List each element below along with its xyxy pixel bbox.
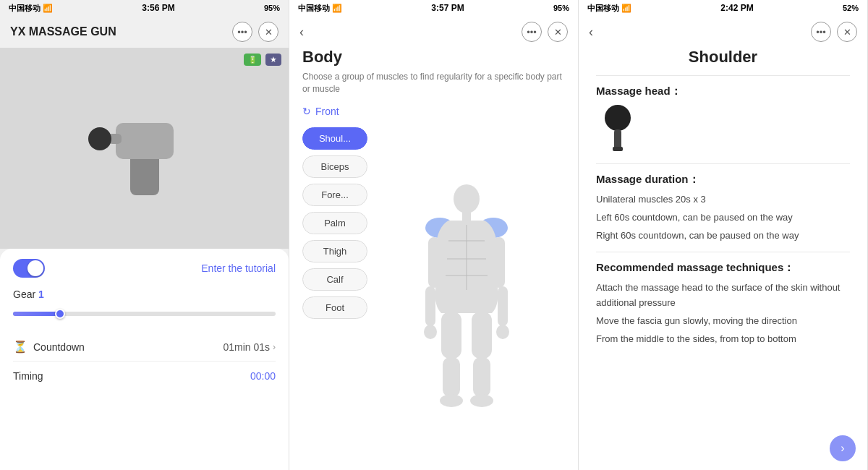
device-image-svg <box>87 90 203 206</box>
svg-rect-25 <box>614 129 621 150</box>
body-title: Body <box>302 48 565 67</box>
timing-value: 00:00 <box>250 370 276 382</box>
technique-3: From the middle to the sides, from top t… <box>596 332 850 347</box>
duration-label: Massage duration： <box>596 173 850 187</box>
gear-label: Gear <box>13 289 38 300</box>
svg-point-3 <box>88 127 111 150</box>
svg-rect-26 <box>613 147 623 151</box>
device-image-area: 🔋 ★ <box>0 48 289 249</box>
next-arrow-button[interactable]: › <box>830 435 856 461</box>
rotate-icon: ↻ <box>302 106 311 117</box>
panel2-content: Body Choose a group of muscles to find r… <box>289 48 578 470</box>
close-button-2[interactable]: ✕ <box>548 22 568 42</box>
battery-badge: 🔋 <box>244 54 261 66</box>
panel3-topbar: ‹ ••• ✕ <box>579 16 867 48</box>
muscle-biceps[interactable]: Biceps <box>302 155 367 178</box>
time-3: 2:42 PM <box>720 3 753 13</box>
duration-line-3: Right 60s countdown, can be paused on th… <box>596 228 850 244</box>
svg-rect-10 <box>425 286 435 326</box>
muscle-calf[interactable]: Calf <box>302 268 367 291</box>
panel1-header: YX MASSAGE GUN ••• ✕ <box>0 16 289 48</box>
tutorial-link[interactable]: Enter the tutorial <box>201 262 276 274</box>
svg-point-18 <box>440 394 463 407</box>
time-1: 3:56 PM <box>142 3 174 13</box>
body-diagram-svg <box>420 183 514 414</box>
status-bar-3: 中国移动 📶 2:42 PM 52% <box>579 0 867 16</box>
carrier-2: 中国移动 📶 <box>298 3 342 14</box>
massage-head-image <box>596 104 639 155</box>
front-toggle[interactable]: ↻ Front <box>302 106 565 117</box>
status-bar-1: 中国移动 📶 3:56 PM 95% <box>0 0 289 16</box>
battery-2: 95% <box>553 4 569 12</box>
technique-2: Move the fascia gun slowly, moving the d… <box>596 314 850 329</box>
timing-label: Timing <box>13 370 43 382</box>
close-button[interactable]: ✕ <box>258 22 278 42</box>
svg-rect-17 <box>473 357 490 397</box>
back-button-3[interactable]: ‹ <box>589 25 593 40</box>
massage-head-label: Massage head： <box>596 85 850 98</box>
muscle-shoulder[interactable]: Shoul... <box>302 127 367 150</box>
divider-2 <box>596 163 850 164</box>
svg-point-19 <box>470 394 493 407</box>
toggle-row: Enter the tutorial <box>13 259 276 278</box>
more-button-3[interactable]: ••• <box>811 22 831 42</box>
duration-line-1: Unilateral muscles 20s x 3 <box>596 192 850 208</box>
device-title: YX MASSAGE GUN <box>10 25 116 38</box>
panel-shoulder: 中国移动 📶 2:42 PM 52% ‹ ••• ✕ Shoulder Mass… <box>579 0 868 470</box>
power-toggle[interactable] <box>13 259 45 278</box>
svg-point-13 <box>496 325 509 339</box>
svg-point-12 <box>424 325 437 339</box>
slider-track <box>13 312 276 316</box>
slider-fill <box>13 312 60 316</box>
massage-head-svg <box>598 105 638 154</box>
body-diagram <box>367 127 565 470</box>
svg-rect-1 <box>116 123 174 159</box>
muscle-thigh[interactable]: Thigh <box>302 240 367 262</box>
more-button[interactable]: ••• <box>232 22 252 42</box>
muscle-forearm[interactable]: Fore... <box>302 184 367 206</box>
muscle-foot[interactable]: Foot <box>302 296 367 319</box>
timing-row: Timing 00:00 <box>13 362 276 390</box>
svg-rect-8 <box>428 237 440 288</box>
divider-3 <box>596 252 850 252</box>
carrier-1: 中国移动 📶 <box>9 3 53 14</box>
more-button-2[interactable]: ••• <box>522 22 542 42</box>
gear-value: 1 <box>38 289 44 300</box>
gear-row: Gear 1 <box>13 288 276 301</box>
shoulder-title: Shoulder <box>596 48 850 67</box>
techniques-label: Recommended massage techniques： <box>596 261 850 275</box>
time-2: 3:57 PM <box>431 3 464 13</box>
duration-line-2: Left 60s countdown, can be paused on the… <box>596 210 850 226</box>
svg-rect-5 <box>462 212 471 221</box>
slider-thumb <box>55 309 65 319</box>
chevron-icon: › <box>273 342 276 352</box>
svg-point-4 <box>454 184 480 213</box>
back-button-2[interactable]: ‹ <box>299 25 304 40</box>
gear-slider[interactable] <box>13 307 276 321</box>
controls-panel: Enter the tutorial Gear 1 ⏳ Countdown 01… <box>0 249 289 470</box>
svg-rect-9 <box>493 237 505 288</box>
battery-1: 95% <box>264 4 280 12</box>
countdown-label: Countdown <box>33 341 85 353</box>
close-button-3[interactable]: ✕ <box>837 22 857 42</box>
panel2-topbar: ‹ ••• ✕ <box>289 16 578 48</box>
muscle-list: Shoul... Biceps Fore... Palm Thigh Calf … <box>302 127 367 470</box>
muscle-palm[interactable]: Palm <box>302 212 367 234</box>
battery-3: 52% <box>843 4 859 12</box>
panel-massage-gun: 中国移动 📶 3:56 PM 95% YX MASSAGE GUN ••• ✕ … <box>0 0 289 470</box>
countdown-row[interactable]: ⏳ Countdown 01min 01s › <box>13 333 276 362</box>
svg-rect-11 <box>498 286 508 326</box>
countdown-icon: ⏳ <box>13 340 27 354</box>
panel3-content: Shoulder Massage head： Massage duration：… <box>579 48 867 470</box>
device-status-icons: 🔋 ★ <box>244 54 281 66</box>
svg-rect-16 <box>443 357 460 397</box>
status-bar-2: 中国移动 📶 3:57 PM 95% <box>289 0 578 16</box>
carrier-3: 中国移动 📶 <box>587 3 631 14</box>
header-actions: ••• ✕ <box>232 22 278 42</box>
svg-rect-15 <box>472 312 492 359</box>
front-label: Front <box>315 106 339 117</box>
bluetooth-badge: ★ <box>265 54 281 66</box>
divider-1 <box>596 75 850 76</box>
technique-1: Attach the massage head to the surface o… <box>596 281 850 311</box>
svg-rect-14 <box>441 312 461 359</box>
